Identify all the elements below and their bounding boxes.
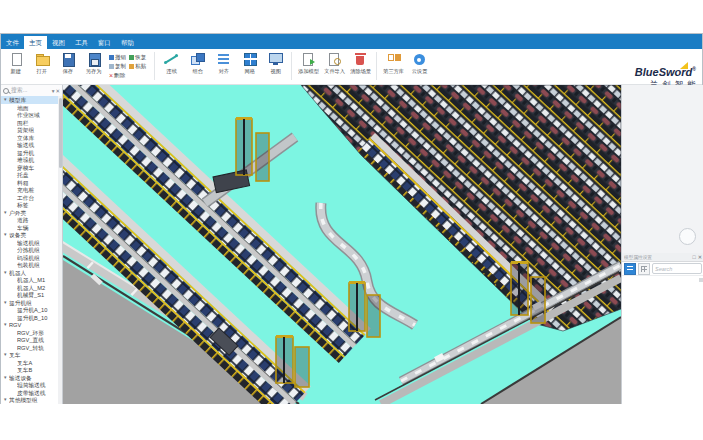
tree-item[interactable]: ▾ 提升机A_10 xyxy=(1,306,58,314)
tree-item[interactable]: ▾ RGV_转轨 xyxy=(1,344,58,352)
undo-mini-icon xyxy=(109,55,114,60)
panel-search-input[interactable]: Search xyxy=(652,263,702,274)
tree-item[interactable]: ▾ 机器人_M1 xyxy=(1,276,58,284)
save-as-icon xyxy=(87,52,102,66)
menu-tab[interactable]: 工具 xyxy=(70,36,93,49)
tree-item[interactable]: ▾ 包装机组 xyxy=(1,261,58,269)
scroll-top-icon[interactable] xyxy=(699,278,703,282)
tree-item[interactable]: ▾ 分拣机组 xyxy=(1,246,58,254)
ribbon-mini-button[interactable]: 撤销 xyxy=(109,54,126,62)
panel-header: 模型属性设置 □ ✕ xyxy=(622,253,703,262)
ribbon-button[interactable]: 第三方库 xyxy=(380,51,406,77)
tree-item[interactable]: ▾ 工作台 xyxy=(1,194,58,202)
close-icon[interactable]: ✕ xyxy=(698,254,702,260)
tree-item-label: 提升机A_10 xyxy=(17,306,47,313)
tree-item[interactable]: ▾ 其他模型组 xyxy=(1,396,58,404)
group-icon xyxy=(190,52,205,66)
ribbon-button[interactable]: 清除场景 xyxy=(347,51,373,77)
tree-item[interactable]: ▾ 叉车B xyxy=(1,366,58,374)
tree-item[interactable]: ▾ 立体库 xyxy=(1,134,58,142)
tree-scrollbar[interactable] xyxy=(58,96,62,404)
tree-item[interactable]: ▾ 叉车A xyxy=(1,359,58,367)
tree-scrollbar-thumb[interactable] xyxy=(59,98,62,168)
tree-item[interactable]: ▾ 辊筒输送线 xyxy=(1,381,58,389)
tree-item[interactable]: ▾ 皮带输送线 xyxy=(1,389,58,397)
ribbon-button[interactable]: 打开 xyxy=(29,51,55,77)
tree-item[interactable]: ▾ 设备类 xyxy=(1,231,58,239)
tree-item[interactable]: ▾ 标签 xyxy=(1,201,58,209)
ribbon-button[interactable]: 添加模型 xyxy=(295,51,321,77)
logo-triangle-icon xyxy=(680,62,688,69)
ribbon-button[interactable]: 云设置 xyxy=(406,51,432,77)
ribbon-button-label: 文件导入 xyxy=(324,67,345,75)
menu-tab[interactable]: 文件 xyxy=(1,36,24,49)
ribbon-button[interactable]: 连线 xyxy=(158,51,184,77)
tree-item-label: 机器人_M2 xyxy=(17,284,45,291)
tree-item[interactable]: ▾ RGV xyxy=(1,321,58,329)
ribbon-button[interactable]: 组合 xyxy=(184,51,210,77)
ribbon-mini-button[interactable]: 复制 xyxy=(109,63,126,71)
properties-area xyxy=(622,85,703,254)
line-icon xyxy=(164,52,179,66)
tree-item[interactable]: ▾ 码垛机组 xyxy=(1,254,58,262)
tree-item[interactable]: ▾ RGV_直线 xyxy=(1,336,58,344)
grid-view-button[interactable] xyxy=(638,263,650,275)
tree-item[interactable]: ▾ 机器人_M2 xyxy=(1,284,58,292)
ribbon-button-label: 新建 xyxy=(11,67,21,75)
ribbon-button[interactable]: 网格 xyxy=(236,51,262,77)
tree-item[interactable]: ▾ RGV_环形 xyxy=(1,329,58,337)
tree-item[interactable]: ▾ 料箱 xyxy=(1,179,58,187)
tree-item[interactable]: ▾ 道路 xyxy=(1,216,58,224)
menu-tab[interactable]: 窗口 xyxy=(93,36,116,49)
tree-item[interactable]: ▾ 提升机 xyxy=(1,149,58,157)
ribbon-button[interactable]: 视图 xyxy=(262,51,288,77)
tree-item[interactable]: ▾ 户外类 xyxy=(1,209,58,217)
ribbon-button-label: 对齐 xyxy=(218,67,228,75)
viewport-3d[interactable] xyxy=(63,85,621,404)
tree-item[interactable]: ▾ 提升机组 xyxy=(1,299,58,307)
menu-tab[interactable]: 帮助 xyxy=(116,36,139,49)
tree-item[interactable]: ▾ 输送线 xyxy=(1,141,58,149)
menu-tab-label: 窗口 xyxy=(98,39,111,46)
menu-tab[interactable]: 主页 xyxy=(24,36,47,49)
tree-item[interactable]: ▾ 提升机B_10 xyxy=(1,314,58,322)
list-view-button[interactable] xyxy=(624,263,636,275)
tree-item[interactable]: ▾ 车辆 xyxy=(1,224,58,232)
tree-item-label: 输送机组 xyxy=(17,239,40,246)
tree-item[interactable]: ▾ 穿梭车 xyxy=(1,164,58,172)
minimize-icon[interactable]: □ xyxy=(693,254,696,260)
ribbon-button[interactable]: 对齐 xyxy=(210,51,236,77)
tree-item[interactable]: ▾ 托盘 xyxy=(1,171,58,179)
ribbon-button[interactable]: 新建 xyxy=(3,51,29,77)
tree-item-label: 围栏 xyxy=(17,119,28,126)
copy-mini-icon xyxy=(109,64,114,69)
tree-item[interactable]: ▾ 机器人 xyxy=(1,269,58,277)
ribbon-mini-button[interactable]: × 删除 xyxy=(109,72,125,80)
file-search-icon xyxy=(327,52,342,66)
tree-item[interactable]: ▾ 输送设备 xyxy=(1,374,58,382)
clear-search-icon[interactable]: ✕ xyxy=(55,88,60,94)
tree-item[interactable]: ▾ 机械臂_S1 xyxy=(1,291,58,299)
tree-item[interactable]: ▾ 地面 xyxy=(1,104,58,112)
chevron-down-icon[interactable]: ▾ xyxy=(52,88,55,94)
tree-item[interactable]: ▾ 模型库 xyxy=(1,96,58,104)
ribbon-button-label: 清除场景 xyxy=(350,67,371,75)
grid-icon xyxy=(242,52,257,66)
tree-search-input[interactable]: 搜索... xyxy=(11,86,51,95)
ribbon-button[interactable]: 另存为 xyxy=(81,51,107,77)
ribbon-mini-button[interactable]: 恢复 xyxy=(129,54,146,62)
ribbon-button[interactable]: 保存 xyxy=(55,51,81,77)
tree-item[interactable]: ▾ 叉车 xyxy=(1,351,58,359)
menu-tab-label: 视图 xyxy=(52,39,65,46)
tree-item[interactable]: ▾ 输送机组 xyxy=(1,239,58,247)
ribbon-button[interactable]: 文件导入 xyxy=(321,51,347,77)
ribbon-mini-button[interactable]: 粘贴 xyxy=(129,63,146,71)
tree-item[interactable]: ▾ 货架组 xyxy=(1,126,58,134)
tree-item[interactable]: ▾ 堆垛机 xyxy=(1,156,58,164)
rotate-widget-icon[interactable] xyxy=(679,228,696,245)
search-icon xyxy=(3,88,9,94)
menu-tab[interactable]: 视图 xyxy=(47,36,70,49)
tree-item[interactable]: ▾ 充电桩 xyxy=(1,186,58,194)
tree-item[interactable]: ▾ 围栏 xyxy=(1,119,58,127)
tree-item[interactable]: ▾ 作业区域 xyxy=(1,111,58,119)
